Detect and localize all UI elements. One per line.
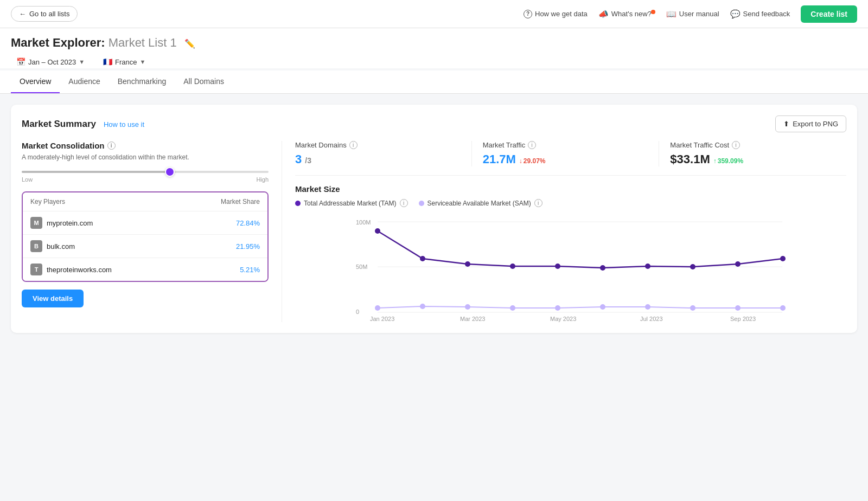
- megaphone-icon: 📣: [598, 9, 609, 19]
- market-summary-card: Market Summary How to use it ⬆ Export to…: [11, 105, 857, 333]
- tam-dot: [295, 201, 301, 206]
- sam-dot: [419, 201, 424, 206]
- slider-thumb[interactable]: [165, 167, 175, 177]
- metric-traffic-value: 21.7M ↓ 29.07%: [483, 152, 648, 166]
- back-button[interactable]: ← Go to all lists: [11, 6, 78, 22]
- kp-domain-1: M myprotein.com: [30, 217, 93, 229]
- metric-traffic: Market Traffic i 21.7M ↓ 29.07%: [472, 141, 660, 166]
- card-title: Market Summary: [22, 119, 96, 129]
- card-right: Market Domains i 3 /3 Market Traffic i: [282, 141, 846, 322]
- main-content: Market Summary How to use it ⬆ Export to…: [0, 94, 868, 344]
- sam-dot-7: [645, 304, 650, 310]
- slider-high-label: High: [256, 176, 269, 183]
- domain-2-name: bulk.com: [47, 242, 75, 251]
- date-filter-button[interactable]: 📅 Jan – Oct 2023 ▼: [11, 55, 90, 68]
- svg-text:0: 0: [356, 309, 359, 315]
- top-bar-right: ? How we get data 📣 What's new? 📖 User m…: [524, 5, 857, 23]
- back-label: Go to all lists: [29, 10, 69, 18]
- card-header-left: Market Summary How to use it: [22, 119, 144, 130]
- traffic-change: ↓ 29.07%: [519, 157, 546, 165]
- sam-dot-6: [600, 304, 605, 310]
- tam-info-icon[interactable]: i: [400, 199, 408, 207]
- table-row: M myprotein.com 72.84%: [23, 211, 267, 234]
- consolidation-slider[interactable]: Low High: [22, 171, 269, 183]
- message-icon: 💬: [730, 9, 741, 19]
- market-size-title: Market Size: [295, 184, 846, 194]
- domain-3-name: theproteinworks.com: [47, 266, 112, 274]
- sam-line: [378, 306, 783, 308]
- domain-1-name: myprotein.com: [47, 219, 93, 227]
- date-chevron-icon: ▼: [79, 59, 85, 65]
- svg-text:Sep 2023: Sep 2023: [730, 316, 756, 322]
- legend-sam: Serviceable Available Market (SAM) i: [419, 199, 542, 207]
- metric-traffic-label: Market Traffic i: [483, 141, 648, 149]
- country-filter-button[interactable]: 🇫🇷 France ▼: [98, 55, 151, 68]
- create-list-button[interactable]: Create list: [801, 5, 857, 23]
- domain-3-share: 5.21%: [240, 266, 260, 274]
- slider-low-label: Low: [22, 176, 33, 183]
- user-manual-link[interactable]: 📖 User manual: [666, 9, 719, 19]
- cost-info-icon[interactable]: i: [732, 141, 740, 149]
- domains-info-icon[interactable]: i: [349, 141, 358, 149]
- favicon-b: B: [30, 240, 42, 252]
- tab-audience[interactable]: Audience: [60, 70, 108, 93]
- cost-change: ↑ 359.09%: [713, 157, 743, 165]
- svg-text:Jan 2023: Jan 2023: [370, 316, 394, 322]
- tam-dot-3: [465, 261, 470, 267]
- calendar-icon: 📅: [16, 57, 25, 66]
- export-icon: ⬆: [783, 120, 789, 128]
- svg-text:Mar 2023: Mar 2023: [460, 316, 485, 322]
- export-label: Export to PNG: [793, 120, 838, 128]
- sam-dot-8: [690, 305, 695, 311]
- favicon-t: T: [30, 264, 42, 275]
- chart-svg: 100M 50M 0: [295, 214, 846, 322]
- edit-icon[interactable]: ✏️: [184, 39, 195, 48]
- consolidation-info-icon[interactable]: i: [107, 142, 116, 150]
- tab-benchmarking[interactable]: Benchmarking: [109, 70, 175, 93]
- slider-labels: Low High: [22, 176, 269, 183]
- down-arrow-icon: ↓: [519, 157, 522, 165]
- tam-dot-9: [735, 261, 741, 267]
- send-feedback-link[interactable]: 💬 Send feedback: [730, 9, 790, 19]
- svg-text:May 2023: May 2023: [550, 316, 576, 322]
- tam-dot-6: [600, 265, 605, 271]
- metric-domains: Market Domains i 3 /3: [295, 141, 472, 166]
- favicon-m: M: [30, 217, 42, 229]
- metric-domains-value: 3 /3: [295, 152, 461, 166]
- tam-dot-1: [375, 228, 380, 234]
- country-chevron-icon: ▼: [140, 59, 146, 65]
- tabs-bar: Overview Audience Benchmarking All Domai…: [0, 70, 868, 94]
- table-row: T theproteinworks.com 5.21%: [23, 258, 267, 281]
- sam-info-icon[interactable]: i: [534, 199, 542, 207]
- metric-cost-label: Market Traffic Cost i: [670, 141, 835, 149]
- svg-text:50M: 50M: [356, 264, 367, 270]
- metrics-row: Market Domains i 3 /3 Market Traffic i: [295, 141, 846, 176]
- traffic-info-icon[interactable]: i: [528, 141, 536, 149]
- sam-dot-5: [555, 305, 560, 311]
- domain-1-share: 72.84%: [236, 219, 260, 227]
- how-we-get-data-link[interactable]: ? How we get data: [524, 10, 588, 18]
- page-title: Market Explorer: Market List 1 ✏️: [11, 36, 857, 50]
- card-body: Market Consolidation i A moderately-high…: [22, 141, 846, 322]
- notification-dot: [651, 10, 655, 14]
- back-arrow-icon: ←: [19, 10, 26, 18]
- title-name: Market List 1: [108, 36, 177, 49]
- user-manual-label: User manual: [679, 10, 719, 18]
- sam-label: Serviceable Available Market (SAM): [427, 200, 531, 207]
- book-icon: 📖: [666, 9, 676, 19]
- how-data-label: How we get data: [535, 10, 588, 18]
- view-details-button[interactable]: View details: [22, 290, 84, 307]
- how-to-use-link[interactable]: How to use it: [104, 120, 144, 129]
- title-prefix: Market Explorer:: [11, 36, 105, 49]
- country-filter-label: France: [115, 58, 137, 66]
- whats-new-link[interactable]: 📣 What's new?: [598, 9, 655, 19]
- tab-overview[interactable]: Overview: [11, 70, 60, 93]
- whats-new-label: What's new?: [611, 10, 652, 18]
- tab-all-domains[interactable]: All Domains: [175, 70, 233, 93]
- svg-text:Jul 2023: Jul 2023: [640, 316, 663, 322]
- export-png-button[interactable]: ⬆ Export to PNG: [775, 115, 846, 132]
- top-bar: ← Go to all lists ? How we get data 📣 Wh…: [0, 0, 868, 28]
- traffic-number: 21.7M: [483, 152, 516, 166]
- top-bar-left: ← Go to all lists: [11, 6, 78, 22]
- metric-cost-value: $33.1M ↑ 359.09%: [670, 152, 835, 166]
